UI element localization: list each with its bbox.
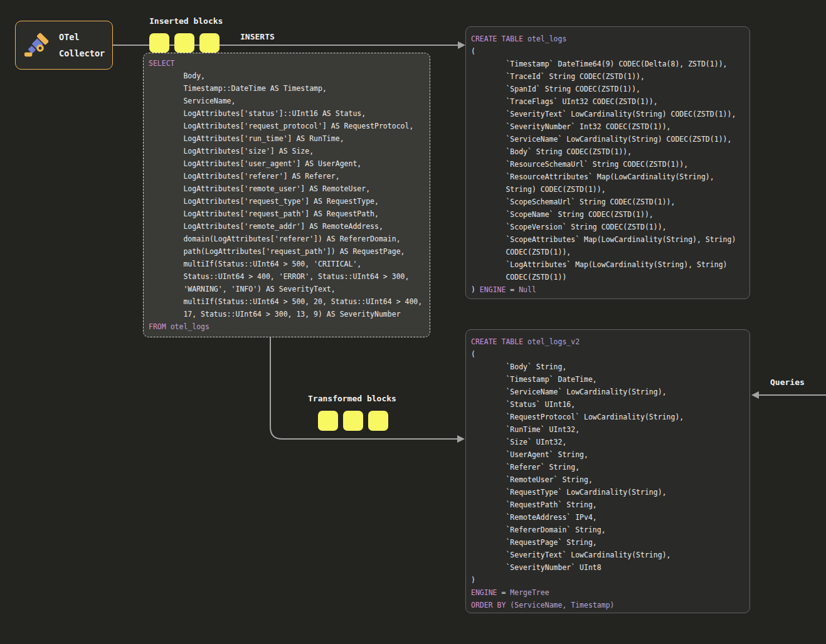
inserts-arrowhead-icon bbox=[458, 41, 465, 49]
select-query-block: SELECT Body, Timestamp::DateTime AS Time… bbox=[143, 53, 430, 337]
create-table-otel-logs-code: CREATE TABLE otel_logs ( `Timestamp` Dat… bbox=[471, 33, 744, 296]
inserted-block bbox=[149, 33, 169, 53]
telescope-icon bbox=[23, 29, 52, 61]
inserted-block bbox=[199, 33, 220, 53]
transform-arrow-line bbox=[270, 337, 457, 439]
transformed-blocks-label: Transformed blocks bbox=[308, 394, 396, 403]
transformed-block bbox=[368, 411, 388, 431]
diagram-canvas: OTel Collector Inserted blocks INSERTS S… bbox=[0, 0, 826, 644]
inserted-blocks-label: Inserted blocks bbox=[149, 16, 223, 26]
create-table-otel-logs-v2-code: CREATE TABLE otel_logs_v2 ( `Body` Strin… bbox=[471, 335, 744, 611]
transformed-block bbox=[318, 411, 338, 431]
collector-label-line2: Collector bbox=[59, 45, 105, 61]
create-table-otel-logs-block: CREATE TABLE otel_logs ( `Timestamp` Dat… bbox=[465, 26, 750, 299]
otel-collector-box: OTel Collector bbox=[15, 21, 113, 70]
collector-label-line1: OTel bbox=[59, 29, 105, 45]
transform-arrowhead-icon bbox=[457, 435, 465, 443]
transformed-block bbox=[343, 411, 363, 431]
queries-arrowhead-icon bbox=[751, 391, 759, 399]
create-table-otel-logs-v2-block: CREATE TABLE otel_logs_v2 ( `Body` Strin… bbox=[465, 329, 750, 613]
inserts-label: INSERTS bbox=[240, 32, 275, 41]
select-query-code: SELECT Body, Timestamp::DateTime AS Time… bbox=[149, 57, 425, 333]
queries-label: Queries bbox=[770, 377, 805, 387]
collector-label: OTel Collector bbox=[59, 29, 105, 61]
inserted-block bbox=[174, 33, 194, 53]
